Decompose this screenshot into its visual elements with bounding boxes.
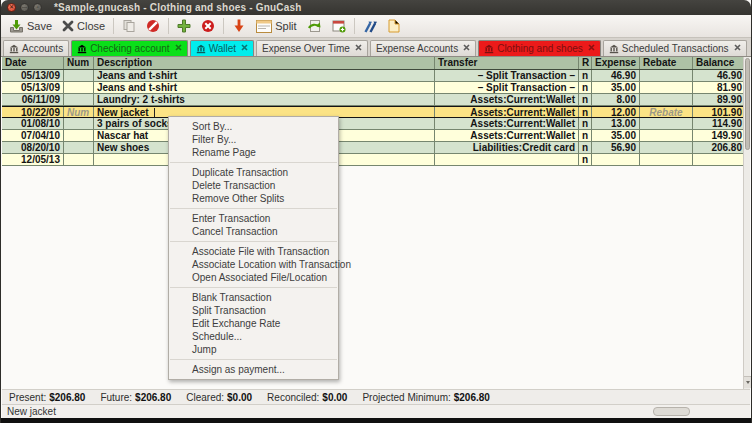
expense-cell[interactable]: 35.00	[592, 82, 640, 93]
date-cell[interactable]: 12/05/13	[2, 154, 64, 165]
r-cell[interactable]: n	[579, 82, 592, 93]
transaction-row[interactable]: 01/08/103 pairs of socksAssets:Current:W…	[2, 118, 746, 130]
column-header-num[interactable]: Num	[64, 57, 94, 69]
transfer-cell[interactable]: Assets:Current:Wallet	[435, 94, 579, 105]
transfer-cell[interactable]: Assets:Current:Wallet	[435, 107, 579, 117]
num-cell[interactable]	[64, 70, 94, 81]
num-cell[interactable]	[64, 82, 94, 93]
balance-cell[interactable]: 206.80	[693, 142, 746, 153]
tab-close-icon[interactable]	[463, 44, 470, 53]
menu-item-associate-location-with-transaction[interactable]: Associate Location with Transaction	[169, 258, 338, 271]
r-cell[interactable]: n	[579, 142, 592, 153]
menu-item-cancel-transaction[interactable]: Cancel Transaction	[169, 225, 338, 238]
rebate-cell[interactable]	[640, 130, 693, 141]
r-cell[interactable]: n	[579, 130, 592, 141]
menu-item-remove-other-splits[interactable]: Remove Other Splits	[169, 192, 338, 205]
transaction-row[interactable]: 07/04/10Nascar hatAssets:Current:Walletn…	[2, 130, 746, 142]
menu-item-duplicate-transaction[interactable]: Duplicate Transaction	[169, 166, 338, 179]
date-cell[interactable]: 01/08/10	[2, 118, 64, 129]
column-header-description[interactable]: Description	[94, 57, 435, 69]
expense-cell[interactable]: 35.00	[592, 130, 640, 141]
tab-scheduled-transactions[interactable]: Scheduled Transactions	[603, 40, 747, 56]
titlebar[interactable]: ✕—▫ *Sample.gnucash - Clothing and shoes…	[1, 0, 751, 15]
date-cell[interactable]: 06/11/09	[2, 94, 64, 105]
menu-item-sort-by[interactable]: Sort By...	[169, 120, 338, 133]
num-cell[interactable]	[64, 118, 94, 129]
r-cell[interactable]: n	[579, 94, 592, 105]
menu-item-edit-exchange-rate[interactable]: Edit Exchange Rate	[169, 317, 338, 330]
r-cell[interactable]: n	[579, 70, 592, 81]
cancel-button[interactable]	[141, 18, 165, 34]
date-cell[interactable]: 08/20/10	[2, 142, 64, 153]
rebate-cell[interactable]: Rebate	[640, 107, 693, 117]
scrollbar-thumb[interactable]	[745, 58, 750, 150]
tab-close-icon[interactable]	[734, 44, 741, 53]
transfer-cell[interactable]: Assets:Current:Wallet	[435, 130, 579, 141]
num-cell[interactable]	[64, 130, 94, 141]
tab-checking-account[interactable]: Checking account	[71, 40, 188, 56]
transaction-row[interactable]: 10/22/09NumNew jacketAssets:Current:Wall…	[2, 106, 746, 118]
transaction-row[interactable]: 08/20/10New shoesLiabilities:Credit card…	[2, 142, 746, 154]
num-cell[interactable]	[64, 94, 94, 105]
menu-item-rename-page[interactable]: Rename Page	[169, 146, 338, 159]
menu-item-associate-file-with-transaction[interactable]: Associate File with Transaction	[169, 245, 338, 258]
balance-cell[interactable]: 114.90	[693, 118, 746, 129]
r-cell[interactable]: n	[579, 107, 592, 117]
menu-item-split-transaction[interactable]: Split Transaction	[169, 304, 338, 317]
tab-accounts[interactable]: Accounts	[3, 40, 69, 56]
delete-button[interactable]	[196, 18, 220, 34]
description-cell[interactable]: Jeans and t-shirt	[94, 82, 435, 93]
duplicate-button[interactable]	[117, 18, 141, 34]
num-cell[interactable]	[64, 154, 94, 165]
rebate-cell[interactable]	[640, 94, 693, 105]
num-cell[interactable]	[64, 142, 94, 153]
transfer-cell[interactable]: – Split Transaction –	[435, 70, 579, 81]
expense-cell[interactable]	[592, 154, 640, 165]
r-cell[interactable]: n	[579, 154, 592, 165]
maximize-window-button[interactable]: ▫	[33, 3, 42, 12]
vertical-scrollbar[interactable]	[743, 57, 750, 389]
menu-item-schedule[interactable]: Schedule...	[169, 330, 338, 343]
save-button[interactable]: Save	[4, 18, 57, 34]
close-button[interactable]: Close	[57, 19, 110, 33]
column-header-r[interactable]: R	[579, 57, 592, 69]
transaction-row[interactable]: 06/11/09Laundry: 2 t-shirtsAssets:Curren…	[2, 94, 746, 106]
rebate-cell[interactable]	[640, 142, 693, 153]
tab-expense-accounts[interactable]: Expense Accounts	[370, 40, 476, 56]
tab-close-icon[interactable]	[588, 44, 595, 53]
transaction-row[interactable]: 05/13/09Jeans and t-shirt– Split Transac…	[2, 70, 746, 82]
scrollbar-down-stepper[interactable]	[744, 376, 751, 388]
balance-cell[interactable]: 149.90	[693, 130, 746, 141]
transfer-button[interactable]	[302, 18, 327, 34]
date-cell[interactable]: 05/13/09	[2, 82, 64, 93]
transaction-row[interactable]: 05/13/09Jeans and t-shirt– Split Transac…	[2, 82, 746, 94]
menu-item-blank-transaction[interactable]: Blank Transaction	[169, 291, 338, 304]
balance-cell[interactable]: 46.90	[693, 70, 746, 81]
date-cell[interactable]: 05/13/09	[2, 70, 64, 81]
close-window-button[interactable]: ✕	[7, 3, 16, 12]
tab-clothing-and-shoes[interactable]: Clothing and shoes	[478, 40, 601, 56]
date-cell[interactable]: 10/22/09	[2, 107, 64, 117]
column-header-rebate[interactable]: Rebate	[640, 57, 693, 69]
column-header-transfer[interactable]: Transfer	[435, 57, 579, 69]
menu-item-delete-transaction[interactable]: Delete Transaction	[169, 179, 338, 192]
column-header-date[interactable]: Date	[2, 57, 64, 69]
schedule-button[interactable]	[327, 18, 351, 34]
balance-cell[interactable]: 81.90	[693, 82, 746, 93]
transaction-row[interactable]: 12/05/13n	[2, 154, 746, 166]
minimize-window-button[interactable]: —	[20, 3, 29, 12]
expense-cell[interactable]: 13.00	[592, 118, 640, 129]
tab-wallet[interactable]: Wallet	[190, 40, 254, 56]
rebate-cell[interactable]	[640, 118, 693, 129]
tab-close-icon[interactable]	[241, 44, 248, 53]
description-cell[interactable]: Laundry: 2 t-shirts	[94, 94, 435, 105]
menu-item-assign-as-payment[interactable]: Assign as payment...	[169, 363, 338, 376]
balance-cell[interactable]: 101.90	[693, 107, 746, 117]
column-header-balance[interactable]: Balance	[693, 57, 746, 69]
balance-cell[interactable]: 89.90	[693, 94, 746, 105]
column-header-expense[interactable]: Expense	[592, 57, 640, 69]
tab-expense-over-time[interactable]: Expense Over Time	[256, 40, 368, 56]
expense-cell[interactable]: 8.00	[592, 94, 640, 105]
expense-cell[interactable]: 56.90	[592, 142, 640, 153]
expense-cell[interactable]: 12.00	[592, 107, 640, 117]
